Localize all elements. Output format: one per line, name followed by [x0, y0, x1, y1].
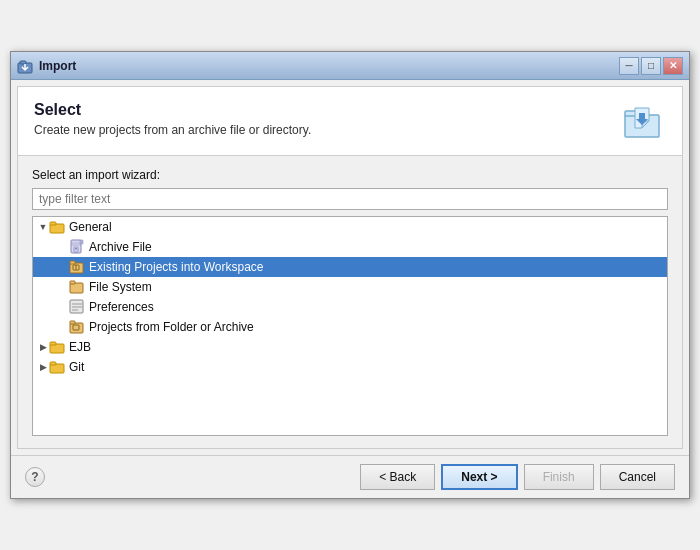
finish-button[interactable]: Finish	[524, 464, 594, 490]
svg-rect-6	[50, 222, 56, 225]
svg-rect-27	[50, 342, 56, 345]
tree-item-general[interactable]: General	[33, 217, 667, 237]
svg-rect-29	[50, 362, 56, 365]
bottom-buttons: < Back Next > Finish Cancel	[360, 464, 675, 490]
header-icon	[618, 101, 666, 141]
tree-item-git[interactable]: Git	[33, 357, 667, 377]
tree-item-ejb[interactable]: EJB	[33, 337, 667, 357]
svg-rect-7	[71, 240, 81, 253]
header-text: Select Create new projects from an archi…	[34, 101, 311, 137]
existing-projects-label: Existing Projects into Workspace	[89, 260, 264, 274]
title-bar: Import ─ □ ✕	[11, 52, 689, 80]
bottom-bar: ? < Back Next > Finish Cancel	[11, 455, 689, 498]
minimize-button[interactable]: ─	[619, 57, 639, 75]
existing-projects-icon	[69, 259, 85, 275]
page-title: Select	[34, 101, 311, 119]
main-area: Select an import wizard: General	[18, 156, 682, 448]
projects-folder-icon	[69, 319, 85, 335]
archive-file-icon	[69, 239, 85, 255]
svg-rect-10	[80, 240, 83, 244]
tree-item-file-system[interactable]: File System	[33, 277, 667, 297]
help-button[interactable]: ?	[25, 467, 45, 487]
maximize-button[interactable]: □	[641, 57, 661, 75]
file-system-label: File System	[89, 280, 152, 294]
svg-rect-14	[70, 261, 75, 264]
ejb-folder-icon	[49, 339, 65, 355]
svg-rect-19	[70, 300, 83, 313]
general-folder-icon	[49, 219, 65, 235]
tree-container[interactable]: General Archi	[32, 216, 668, 436]
dialog-content: Select Create new projects from an archi…	[17, 86, 683, 449]
svg-rect-18	[70, 281, 75, 284]
archive-file-label: Archive File	[89, 240, 152, 254]
svg-rect-24	[70, 321, 75, 324]
svg-rect-12	[75, 248, 77, 250]
title-bar-left: Import	[17, 58, 76, 74]
preferences-label: Preferences	[89, 300, 154, 314]
file-system-icon	[69, 279, 85, 295]
general-label: General	[69, 220, 112, 234]
tree-item-preferences[interactable]: Preferences	[33, 297, 667, 317]
tree-item-archive-file[interactable]: Archive File	[33, 237, 667, 257]
projects-folder-label: Projects from Folder or Archive	[89, 320, 254, 334]
tree-item-projects-folder[interactable]: Projects from Folder or Archive	[33, 317, 667, 337]
ejb-arrow	[37, 341, 49, 353]
back-button[interactable]: < Back	[360, 464, 435, 490]
cancel-button[interactable]: Cancel	[600, 464, 675, 490]
tree-item-existing-projects[interactable]: Existing Projects into Workspace	[33, 257, 667, 277]
wizard-label: Select an import wizard:	[32, 168, 668, 182]
git-folder-icon	[49, 359, 65, 375]
svg-rect-1	[20, 61, 26, 64]
filter-input[interactable]	[32, 188, 668, 210]
window-icon	[17, 58, 33, 74]
git-label: Git	[69, 360, 84, 374]
header-section: Select Create new projects from an archi…	[18, 87, 682, 156]
preferences-icon	[69, 299, 85, 315]
git-arrow	[37, 361, 49, 373]
import-dialog: Import ─ □ ✕ Select Create new projects …	[10, 51, 690, 499]
title-buttons: ─ □ ✕	[619, 57, 683, 75]
next-button[interactable]: Next >	[441, 464, 517, 490]
page-description: Create new projects from an archive file…	[34, 123, 311, 137]
window-title: Import	[39, 59, 76, 73]
ejb-label: EJB	[69, 340, 91, 354]
close-button[interactable]: ✕	[663, 57, 683, 75]
general-arrow	[37, 221, 49, 233]
